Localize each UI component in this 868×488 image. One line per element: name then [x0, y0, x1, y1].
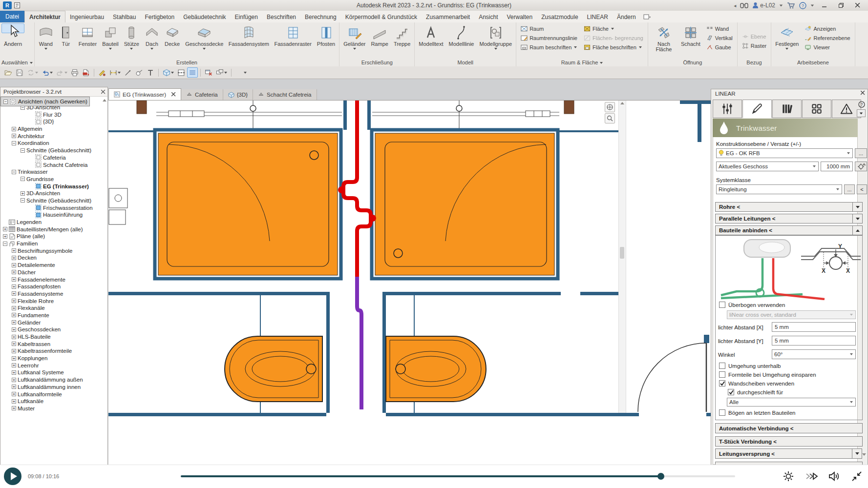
- tree-item-schnitte-geb-udeschnitt[interactable]: −Schnitte (Gebäudeschnitt): [0, 197, 107, 204]
- thin-lines-button[interactable]: [187, 67, 198, 78]
- nach-fl-che-button[interactable]: Nach Fläche: [650, 23, 678, 57]
- text-button[interactable]: [145, 67, 156, 78]
- scrollbar-thumb[interactable]: [620, 247, 624, 259]
- schacht-button[interactable]: Schacht: [678, 23, 703, 57]
- treppe-button[interactable]: Treppe: [391, 23, 413, 57]
- ribbon-group-label-raum-fl-che[interactable]: Raum & Fläche: [518, 59, 646, 66]
- fl-che-button[interactable]: Fläche: [582, 24, 645, 33]
- tree-expander-icon[interactable]: +: [3, 227, 7, 231]
- linear-help-icon[interactable]: ?: [858, 101, 866, 108]
- ndern-button[interactable]: Ändern: [1, 23, 24, 33]
- tree-item-fassadensysteme[interactable]: +Fassadensysteme: [0, 290, 107, 298]
- tree-item-flexible-rohre[interactable]: +Flexible Rohre: [0, 297, 107, 305]
- help-icon[interactable]: ?: [799, 2, 806, 9]
- tree-item-familien[interactable]: −Familien: [0, 240, 107, 247]
- section-rohre-expand-icon[interactable]: [852, 202, 863, 212]
- volume-icon[interactable]: [828, 470, 841, 483]
- menu-tab-ansicht[interactable]: Ansicht: [474, 11, 502, 22]
- menu-tab-architektur[interactable]: Architektur: [24, 11, 65, 22]
- tree-expander-icon[interactable]: +: [12, 327, 16, 332]
- ueberbogen-checkbox-row[interactable]: Überbogen verwenden: [719, 302, 785, 308]
- raumtrennungslinie-button[interactable]: Raumtrennungslinie: [519, 33, 579, 42]
- linear-tab-modules[interactable]: [802, 100, 831, 118]
- navigation-wheel-icon[interactable]: [605, 102, 615, 112]
- close-button[interactable]: [851, 1, 864, 10]
- section-parallele-leitungen[interactable]: Parallele Leitungen <: [715, 214, 853, 224]
- switch-windows-button[interactable]: [214, 67, 229, 78]
- bathtub-right[interactable]: [386, 336, 486, 402]
- tree-item-luftkanald-mmung-innen[interactable]: +Luftkanaldämmung innen: [0, 384, 107, 391]
- section-leitungsversprung-expand-icon[interactable]: [852, 448, 862, 459]
- tree-item-schacht-cafetreia[interactable]: Schacht Cafetreia: [0, 161, 107, 168]
- tree-expander-icon[interactable]: +: [12, 385, 16, 389]
- looped-for-select[interactable]: Alle: [727, 398, 856, 407]
- customize-button[interactable]: [234, 67, 248, 78]
- tree-expander-icon[interactable]: +: [12, 270, 16, 274]
- tree-item-decken[interactable]: +Decken: [0, 254, 107, 262]
- menu-tab-verwalten[interactable]: Verwalten: [503, 11, 537, 22]
- tree-scroll-up-button[interactable]: [102, 97, 107, 103]
- st-tze-button[interactable]: Stütze: [122, 23, 142, 57]
- section-bauteile-anbinden[interactable]: Bauteile anbinden <: [715, 225, 853, 235]
- dach-button[interactable]: Dach: [142, 23, 162, 57]
- gaube-button[interactable]: Gaube: [704, 42, 735, 52]
- tree-item-3d[interactable]: {3D}: [0, 118, 107, 125]
- reference-select[interactable]: Aktuelles Geschoss: [716, 162, 819, 171]
- formteile-checkbox-row[interactable]: Formteile bei Umgehung einsparen: [719, 371, 816, 378]
- restore-button[interactable]: [835, 1, 847, 10]
- tree-item-muster[interactable]: +Muster: [0, 405, 107, 412]
- tree-expander-icon[interactable]: −: [21, 177, 25, 181]
- gel-nder-button[interactable]: Geländer: [341, 23, 368, 57]
- menu-tab-fertigbeton[interactable]: Fertigbeton: [140, 11, 179, 22]
- tree-expander-icon[interactable]: +: [12, 342, 16, 346]
- tree-expander-icon[interactable]: +: [12, 406, 16, 410]
- sync-button[interactable]: [25, 67, 40, 78]
- menu-tab-ingenieurbau[interactable]: Ingenieurbau: [65, 11, 108, 22]
- wandscheiben-checkbox[interactable]: [719, 380, 725, 386]
- view-tab-eg-trinkwasser[interactable]: EG (Trinkwasser): [108, 88, 181, 100]
- raster-button[interactable]: Raster: [740, 41, 768, 50]
- detail-line-button[interactable]: [123, 67, 133, 78]
- tree-item-frischwasserstation[interactable]: Frischwasserstation: [0, 204, 107, 211]
- section-leitungsversprung[interactable]: Leitungsversprung <: [715, 448, 852, 459]
- festlegen-button[interactable]: Festlegen: [773, 23, 801, 57]
- section-rohre[interactable]: Rohre <: [715, 202, 853, 212]
- menu-tab-ndern[interactable]: Ändern: [613, 11, 640, 22]
- raum-beschriften-button[interactable]: Raum beschriften: [519, 42, 579, 52]
- tree-expander-icon[interactable]: +: [12, 392, 16, 396]
- modellgruppe-button[interactable]: Modellgruppe: [477, 23, 514, 57]
- umgehung-checkbox-row[interactable]: Umgehung unterhalb: [719, 363, 781, 369]
- clearance-y-input[interactable]: 5 mm: [772, 336, 856, 346]
- view-tab-schacht-cafetreia[interactable]: Schacht Cafetreia: [253, 89, 317, 100]
- project-browser-close-icon[interactable]: [101, 90, 106, 94]
- tree-item-geschossdecken[interactable]: +Geschossdecken: [0, 326, 107, 333]
- search-icon[interactable]: [740, 2, 748, 9]
- room-left[interactable]: [155, 130, 341, 279]
- durchgeschleift-checkbox-row[interactable]: durchgeschleift für: [728, 389, 783, 395]
- decke-button[interactable]: Decke: [162, 23, 182, 57]
- system-class-browse-button[interactable]: ...: [844, 184, 855, 194]
- tree-item-architektur[interactable]: +Architektur: [0, 132, 107, 140]
- referenzebene-button[interactable]: Referenzebene: [803, 33, 852, 42]
- tree-item-bauteillisten-mengen-alle[interactable]: +Bauteillisten/Mengen (alle): [0, 225, 107, 233]
- play-button[interactable]: [4, 468, 21, 485]
- tree-item-koordination[interactable]: −Koordination: [0, 140, 107, 147]
- tree-expander-icon[interactable]: +: [12, 134, 16, 138]
- clearance-x-input[interactable]: 5 mm: [772, 322, 856, 332]
- tree-item-schnitte-geb-udeschnitt[interactable]: −Schnitte (Gebäudeschnitt): [0, 147, 107, 154]
- tree-item-gel-nder[interactable]: +Geländer: [0, 319, 107, 326]
- tree-item-beschriftungssymbole[interactable]: +Beschriftungssymbole: [0, 247, 107, 254]
- tree-expander-icon[interactable]: +: [12, 363, 16, 367]
- app-store-cart-icon[interactable]: [787, 2, 795, 9]
- wandscheiben-checkbox-row[interactable]: Wandscheiben verwenden: [719, 380, 794, 386]
- fl-chen-begrenzung-button[interactable]: Flächen- begrenzung: [582, 33, 645, 42]
- linear-tab-filters[interactable]: [713, 100, 742, 118]
- playback-speed-icon[interactable]: [805, 470, 818, 483]
- tree-expander-icon[interactable]: +: [21, 191, 25, 196]
- tree-expander-icon[interactable]: +: [12, 356, 16, 361]
- exit-fullscreen-icon[interactable]: [850, 470, 863, 483]
- tree-item-leerrohr[interactable]: +Leerrohr: [0, 362, 107, 369]
- tree-item-hauseinf-hrung[interactable]: Hauseinführung: [0, 211, 107, 219]
- room-right[interactable]: [372, 130, 558, 279]
- wand-button[interactable]: Wand: [704, 24, 735, 33]
